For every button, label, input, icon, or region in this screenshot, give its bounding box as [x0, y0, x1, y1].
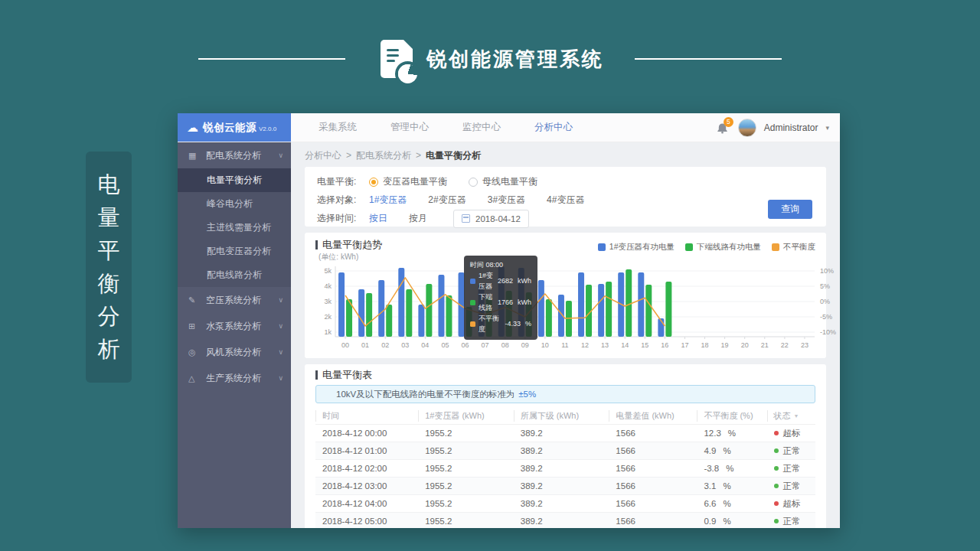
radio-transformer-balance[interactable]: 变压器电量平衡 [369, 175, 447, 188]
chevron-down-icon: ∨ [278, 374, 283, 382]
svg-text:1k: 1k [324, 328, 332, 336]
legend-unbalance[interactable]: 不平衡度 [772, 242, 815, 253]
table-row[interactable]: 2018-4-12 00:001955.2389.2156612.3%超标 [315, 425, 815, 442]
object-option-transformer-3[interactable]: 3#变压器 [488, 194, 525, 207]
sidebar-group-air-compression[interactable]: ✎ 空压系统分析 ∨ [178, 287, 291, 313]
svg-text:10%: 10% [820, 267, 834, 275]
object-select-label: 选择对象: [317, 194, 369, 207]
breadcrumb-item[interactable]: 分析中心 [305, 149, 341, 162]
filter-panel: 电量平衡: 变压器电量平衡 母线电量平衡 选择对象: 1#变压器 [305, 167, 826, 227]
sidebar-group-power-distribution[interactable]: ▦ 配电系统分析 ∨ [178, 142, 291, 168]
nav-item-monitoring[interactable]: 监控中心 [446, 121, 518, 134]
balance-type-label: 电量平衡: [317, 175, 369, 188]
vertical-page-label: 电 量 平 衡 分 析 [86, 152, 132, 383]
status-dot [774, 466, 779, 471]
user-menu-caret-icon[interactable]: ▾ [825, 124, 829, 132]
table-row[interactable]: 2018-4-12 03:001955.2389.215663.1%正常 [315, 478, 815, 495]
calendar-icon [462, 214, 470, 223]
sidebar-group-fan[interactable]: ◎ 风机系统分析 ∨ [178, 339, 291, 365]
chevron-down-icon: ∨ [278, 296, 283, 304]
user-name[interactable]: Administrator [764, 122, 818, 133]
status-badge: 超标 [783, 499, 801, 508]
sidebar-item-balance-analysis[interactable]: 电量平衡分析 [178, 168, 291, 192]
time-mode-daily[interactable]: 按日 [369, 212, 387, 225]
legend-mark-green [685, 243, 693, 251]
top-banner: 锐创能源管理系统 [0, 32, 980, 86]
svg-text:20: 20 [741, 341, 749, 349]
notification-badge: 5 [724, 117, 733, 127]
col-difference: 电量差值 (kWh) [609, 410, 697, 422]
svg-text:08: 08 [501, 341, 509, 349]
chart-unit-label: (单位: kWh) [318, 252, 815, 262]
chart-legend: 1#变压器有功电量 下端线路有功电量 不平衡度 [598, 242, 815, 253]
svg-text:22: 22 [781, 341, 789, 349]
table-row[interactable]: 2018-4-12 04:001955.2389.215666.6%超标 [315, 495, 815, 513]
svg-text:00: 00 [341, 341, 349, 349]
svg-text:19: 19 [721, 341, 729, 349]
banner-line-right [635, 58, 782, 60]
nav-item-collection[interactable]: 采集系统 [302, 121, 374, 134]
status-badge: 正常 [783, 517, 801, 526]
table-row[interactable]: 2018-4-12 05:001955.2389.215660.9%正常 [315, 513, 815, 528]
edit-icon: ✎ [188, 295, 201, 305]
sidebar-item-main-line-demand[interactable]: 主进线需量分析 [178, 216, 291, 240]
col-status: 状态 ▼ [767, 410, 815, 422]
title-accent-bar [315, 240, 318, 249]
table-row[interactable]: 2018-4-12 02:001955.2389.21566-3.8%正常 [315, 460, 815, 478]
svg-text:3k: 3k [324, 298, 332, 305]
svg-text:2k: 2k [324, 313, 332, 321]
status-dot [774, 484, 779, 488]
title-accent-bar [315, 370, 318, 380]
svg-text:18: 18 [701, 341, 709, 349]
search-button[interactable]: 查询 [768, 200, 812, 219]
sidebar: ▦ 配电系统分析 ∨ 电量平衡分析 峰谷电分析 主进线需量分析 配电变压器分析 … [178, 142, 291, 528]
object-option-transformer-1[interactable]: 1#变压器 [369, 194, 407, 207]
app-version: V2.0.0 [259, 126, 276, 132]
svg-text:17: 17 [681, 341, 688, 349]
sidebar-item-line-analysis[interactable]: 配电线路分析 [178, 263, 291, 287]
table-row[interactable]: 2018-4-12 01:001955.2389.215664.9%正常 [315, 442, 815, 460]
radio-selected-icon[interactable] [369, 178, 378, 187]
nav-item-analysis[interactable]: 分析中心 [518, 121, 590, 134]
col-downstream: 所属下级 (kWh) [514, 410, 609, 422]
svg-text:14: 14 [621, 341, 629, 349]
radio-bus-balance[interactable]: 母线电量平衡 [469, 175, 537, 188]
breadcrumb-current: 电量平衡分析 [426, 149, 481, 162]
sidebar-group-production[interactable]: △ 生产系统分析 ∨ [178, 365, 291, 391]
sidebar-item-peak-valley[interactable]: 峰谷电分析 [178, 192, 291, 216]
sidebar-group-water-pump[interactable]: ⊞ 水泵系统分析 ∨ [178, 313, 291, 339]
col-unbalance: 不平衡度 (%) [697, 410, 766, 422]
user-avatar[interactable] [738, 119, 756, 137]
balance-chart[interactable]: 5k10%4k5%3k0%2k-5%1k-10%0001020304050607… [315, 263, 815, 355]
sidebar-item-transformer-analysis[interactable]: 配电变压器分析 [178, 240, 291, 263]
header-right: 5 Administrator ▾ [715, 113, 840, 142]
radio-unselected-icon[interactable] [469, 178, 478, 187]
status-filter-icon[interactable]: ▼ [794, 413, 799, 419]
svg-text:0%: 0% [820, 298, 830, 305]
fan-icon: ◎ [188, 347, 201, 357]
grid-icon: ▦ [188, 151, 201, 161]
status-badge: 超标 [783, 429, 801, 438]
cloud-icon: ☁ [187, 121, 198, 135]
chart-title: 电量平衡趋势 [322, 238, 382, 252]
breadcrumb-item[interactable]: 配电系统分析 [356, 149, 411, 162]
production-icon: △ [188, 373, 201, 383]
time-mode-monthly[interactable]: 按月 [409, 212, 427, 225]
svg-text:13: 13 [601, 341, 609, 349]
status-dot [774, 431, 779, 435]
status-dot [774, 501, 779, 506]
date-picker[interactable]: 2018-04-12 [453, 210, 529, 228]
svg-text:02: 02 [381, 341, 389, 349]
main-content: 分析中心 > 配电系统分析 > 电量平衡分析 电量平衡: 变压器电量平衡 [291, 142, 840, 528]
app-logo[interactable]: ☁ 锐创云能源 V2.0.0 [178, 113, 291, 142]
notification-bell-icon[interactable]: 5 [715, 120, 730, 135]
nav-item-management[interactable]: 管理中心 [374, 121, 446, 134]
object-option-transformer-4[interactable]: 4#变压器 [547, 194, 584, 207]
svg-text:10: 10 [541, 341, 549, 349]
svg-text:12: 12 [581, 341, 589, 349]
banner-line-left [198, 58, 345, 60]
legend-transformer[interactable]: 1#变压器有功电量 [598, 242, 675, 253]
standard-notice: 10kV及以下配电线路的电量不平衡度的标准为 ±5% [315, 385, 815, 403]
object-option-transformer-2[interactable]: 2#变压器 [428, 194, 466, 207]
legend-downstream[interactable]: 下端线路有功电量 [685, 242, 761, 253]
